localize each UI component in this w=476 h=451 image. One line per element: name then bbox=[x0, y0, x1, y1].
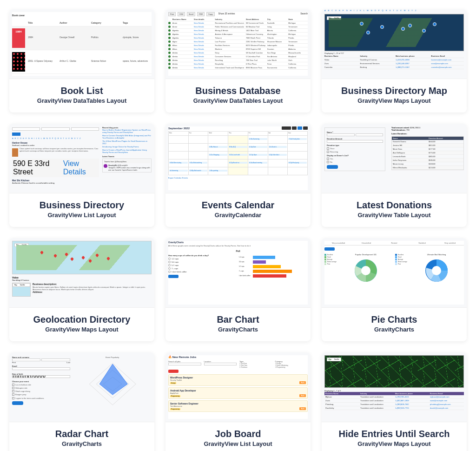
card-title: Hide Entries Until Search bbox=[326, 429, 462, 439]
card-title: Business Directory Map bbox=[326, 86, 462, 96]
card-title: Book List bbox=[14, 86, 150, 96]
search-button bbox=[12, 133, 20, 136]
card-radar-chart[interactable]: Name and surname FirstLast Email Date of… bbox=[9, 352, 154, 451]
book-cover-1984: 1984 bbox=[12, 28, 25, 48]
submit-button bbox=[12, 401, 23, 405]
card-geolocation-directory[interactable]: MapSatellite Vidoo Gambling & Casinos Ma… bbox=[9, 238, 154, 341]
business-photo bbox=[12, 148, 18, 157]
card-business-directory[interactable]: A B C D E F G H I J K L M N O P Q R S T … bbox=[9, 124, 154, 227]
card-subtitle: GravityView DataTables Layout bbox=[170, 97, 306, 104]
card-events-calendar[interactable]: September 2022 MonTueWedThuFriSatSun1:10… bbox=[165, 124, 311, 227]
card-title: Latest Donations bbox=[326, 200, 462, 211]
card-business-database[interactable]: Print CSV Excel PDF Copy Show 25 entries… bbox=[165, 9, 311, 113]
card-hide-until-search[interactable]: MapSatellite Displaying 1 - 7 of 7 Busin… bbox=[322, 352, 467, 451]
submit-button bbox=[168, 275, 178, 278]
card-subtitle: GravityView List Layout bbox=[170, 440, 306, 447]
fire-icon: 🔥 bbox=[168, 356, 172, 358]
preview-events-calendar: September 2022 MonTueWedThuFriSatSun1:10… bbox=[165, 124, 311, 193]
card-book-list[interactable]: Book cover Title Author Category Tags 19… bbox=[9, 9, 154, 113]
card-title: Geolocation Directory bbox=[14, 314, 150, 325]
preview-job-board: 🔥 New Remote Jobs Search all jobs Locati… bbox=[165, 352, 311, 422]
card-subtitle: GravityCalendar bbox=[170, 212, 306, 219]
pie-chart-1 bbox=[352, 257, 380, 285]
card-subtitle: GravityView Maps Layout bbox=[326, 97, 462, 104]
preview-book-list: Book cover Title Author Category Tags 19… bbox=[9, 9, 154, 79]
preview-latest-donations: Name * Donation Amount Donation type Onc… bbox=[322, 124, 467, 193]
card-business-directory-map[interactable]: A B C D E F G H I J K L M N O P Q R S T … bbox=[322, 9, 467, 113]
preview-hide-until-search: MapSatellite Displaying 1 - 7 of 7 Busin… bbox=[322, 352, 467, 422]
card-bar-chart[interactable]: GravityCharts All of these graphs were c… bbox=[165, 238, 311, 341]
card-job-board[interactable]: 🔥 New Remote Jobs Search all jobs Locati… bbox=[165, 352, 311, 451]
card-latest-donations[interactable]: Name * Donation Amount Donation type Onc… bbox=[322, 124, 467, 227]
card-title: Radar Chart bbox=[14, 429, 150, 439]
template-grid: Book cover Title Author Category Tags 19… bbox=[9, 9, 467, 451]
card-title: Job Board bbox=[170, 429, 306, 439]
preview-radar-chart: Name and surname FirstLast Email Date of… bbox=[9, 352, 154, 422]
svg-point-1 bbox=[361, 266, 370, 275]
card-subtitle: GravityCharts bbox=[14, 440, 150, 447]
preview-geolocation: MapSatellite Vidoo Gambling & Casinos Ma… bbox=[9, 238, 154, 308]
submit-button bbox=[327, 165, 338, 169]
card-subtitle: GravityView Maps Layout bbox=[326, 440, 462, 447]
card-subtitle: GravityView Maps Layout bbox=[14, 326, 150, 333]
card-title: Business Database bbox=[170, 86, 306, 96]
preview-business-directory-map: A B C D E F G H I J K L M N O P Q R S T … bbox=[322, 9, 467, 79]
preview-pie-charts: Very unsatisfied Unsatisfied Neutral Sat… bbox=[322, 238, 467, 308]
card-title: Pie Charts bbox=[326, 314, 462, 325]
card-subtitle: GravityCharts bbox=[170, 326, 306, 333]
preview-bar-chart: GravityCharts All of these graphs were c… bbox=[165, 238, 311, 308]
book-cover-2001 bbox=[12, 52, 25, 72]
pie-chart-2 bbox=[423, 257, 450, 285]
search-button bbox=[168, 370, 178, 373]
card-subtitle: GravityView DataTables Layout bbox=[14, 97, 150, 104]
card-title: Bar Chart bbox=[170, 314, 306, 325]
card-title: Business Directory bbox=[14, 200, 150, 211]
card-subtitle: GravityView Table Layout bbox=[326, 212, 462, 219]
card-subtitle: GravityView List Layout bbox=[14, 212, 150, 219]
card-title: Events Calendar bbox=[170, 200, 306, 211]
radar-chart bbox=[73, 358, 152, 410]
preview-business-database: Print CSV Excel PDF Copy Show 25 entries… bbox=[165, 9, 311, 79]
preview-business-directory: A B C D E F G H I J K L M N O P Q R S T … bbox=[9, 124, 154, 193]
submit-button bbox=[324, 247, 335, 251]
card-pie-charts[interactable]: Very unsatisfied Unsatisfied Neutral Sat… bbox=[322, 238, 467, 341]
svg-point-3 bbox=[432, 266, 441, 275]
card-subtitle: GravityCharts bbox=[326, 326, 462, 333]
